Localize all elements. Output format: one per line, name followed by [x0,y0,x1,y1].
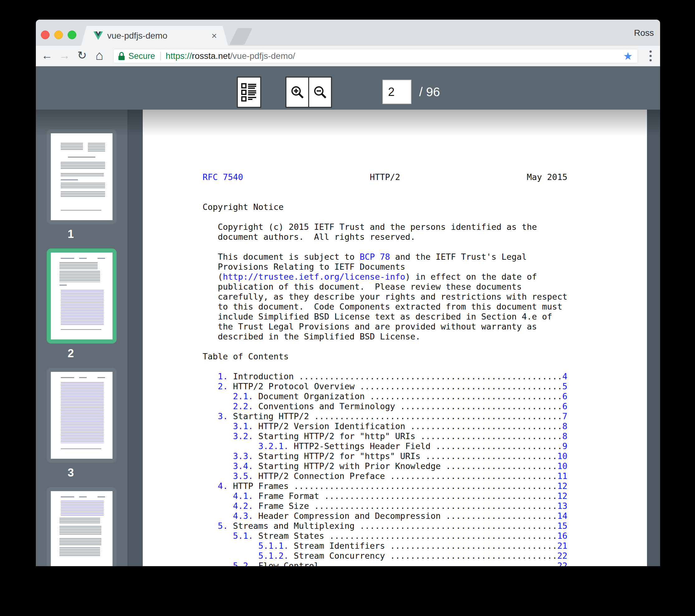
doc-text: and the IETF Trust's Legal [390,252,527,262]
doc-link[interactable]: 8 [562,431,567,441]
doc-text: Starting HTTP/2 for "https" URIs .......… [253,451,557,461]
doc-link[interactable]: 5. [218,521,228,531]
doc-text [203,501,233,511]
browser-tab[interactable]: vue-pdfjs-demo × [81,26,228,46]
doc-link[interactable]: 4.2. [233,501,253,511]
doc-link[interactable]: 7 [562,411,567,421]
thumbnail-label: 2 [36,347,106,360]
doc-line: Copyright (c) 2015 IETF Trust and the pe… [203,222,567,232]
thumbnail-page-2[interactable] [47,248,117,344]
doc-link[interactable]: 4 [562,371,567,381]
url-path: /vue-pdfjs-demo/ [230,51,295,61]
doc-link[interactable]: http://trustee.ietf.org/license-info [223,272,405,282]
bookmark-star-icon[interactable]: ★ [623,50,633,62]
doc-link[interactable]: 4. [218,481,228,491]
address-bar[interactable]: Secure https://rossta.net/vue-pdfjs-demo… [113,49,638,63]
doc-link[interactable]: 14 [557,511,567,521]
forward-button[interactable]: → [58,46,71,66]
doc-link[interactable]: 22 [557,561,567,566]
doc-link[interactable]: 1. [218,371,228,381]
doc-link[interactable]: 6 [562,391,567,401]
doc-link[interactable]: 6 [562,401,567,411]
close-tab-icon[interactable]: × [211,26,217,46]
url-scheme: https:// [166,51,192,61]
doc-link[interactable]: 3.5. [233,471,253,481]
doc-text: HTTP Frames ............................… [228,481,557,491]
doc-link[interactable]: 10 [557,451,567,461]
doc-link[interactable]: 22 [557,551,567,561]
doc-text: Stream Concurrency .....................… [289,551,557,561]
back-button[interactable]: ← [40,46,54,66]
doc-line: 3.5. HTTP/2 Connection Preface .........… [203,471,567,481]
doc-text [203,391,233,401]
doc-link[interactable]: 12 [557,481,567,491]
doc-line: 5.2. Flow Control ......................… [203,561,567,566]
doc-text [203,471,233,481]
thumbnail-label: 1 [36,228,106,241]
doc-link[interactable]: 13 [557,501,567,511]
doc-text [203,451,233,461]
doc-line: (http://trustee.ietf.org/license-info) i… [203,272,567,282]
maximize-window-button[interactable] [68,31,77,39]
doc-line: 4. HTTP Frames .........................… [203,481,567,491]
doc-link[interactable]: 5.2. [233,561,253,566]
doc-text: Header Compression and Decompression ...… [253,511,557,521]
doc-link[interactable]: 2.2. [233,401,253,411]
url-text[interactable]: https://rossta.net/vue-pdfjs-demo/ [166,51,295,61]
doc-link[interactable]: 3.2.1. [258,441,289,451]
doc-line [203,341,567,352]
doc-link[interactable]: 11 [557,471,567,481]
doc-text: include Simplified BSD License text as d… [203,312,552,321]
doc-link[interactable]: 15 [557,521,567,531]
navigation-bar: ← → ↻ ⌂ Secure https://rossta.net/vue-pd… [36,46,660,66]
doc-link[interactable]: 3.1. [233,421,253,431]
doc-link[interactable]: 5.1. [233,531,253,541]
thumbnail-sidebar[interactable]: 1234 [36,110,129,566]
thumbnail-page-3[interactable] [47,368,117,463]
page-number-input[interactable] [383,80,411,104]
doc-link[interactable]: 4.3. [233,511,253,521]
reload-button[interactable]: ↻ [75,46,89,66]
url-divider [160,52,161,60]
profile-name[interactable]: Ross [634,28,654,38]
close-window-button[interactable] [41,31,50,39]
doc-link[interactable]: 4.1. [233,491,253,501]
doc-text: carefully, as they describe your rights … [203,292,567,301]
browser-menu-icon[interactable] [649,50,652,64]
doc-text: Copyright Notice [203,202,284,212]
doc-link[interactable]: 3.3. [233,451,253,461]
doc-link[interactable]: 3.2. [233,431,253,441]
doc-link[interactable]: RFC 7540 [203,172,243,182]
doc-text [203,421,233,431]
doc-text: the Trust Legal Provisions and are provi… [203,322,537,331]
thumbnail-page-1[interactable] [47,129,117,224]
doc-link[interactable]: 3. [218,411,228,421]
secure-lock-icon[interactable] [118,52,125,60]
doc-link[interactable]: 16 [557,531,567,541]
doc-link[interactable]: 12 [557,491,567,501]
doc-link[interactable]: 5.1.2. [258,551,289,561]
secure-label[interactable]: Secure [129,51,155,61]
toggle-thumbnails-button[interactable] [237,76,261,108]
doc-link[interactable]: 2.1. [233,391,253,401]
thumbnail-page-4[interactable] [47,487,117,566]
tab-title: vue-pdfjs-demo [107,26,167,46]
home-button[interactable]: ⌂ [92,46,106,66]
doc-link[interactable]: 9 [562,441,567,451]
minimize-window-button[interactable] [54,31,63,39]
doc-text: Introduction ...........................… [228,371,562,381]
doc-link[interactable]: BCP 78 [360,252,390,262]
doc-link[interactable]: 21 [557,541,567,551]
doc-text [203,371,218,381]
zoom-out-button[interactable] [308,76,332,108]
doc-link[interactable]: 2. [218,382,228,391]
zoom-in-button[interactable] [286,76,309,108]
new-tab-button[interactable] [230,28,252,45]
doc-link[interactable]: 5.1.1. [258,541,289,551]
doc-link[interactable]: 5 [562,382,567,391]
page-view-area[interactable]: RFC 7540 HTTP/2 May 2015Copyright Notice… [129,110,660,566]
doc-link[interactable]: 3.4. [233,461,253,471]
pdf-toolbar: / 96 [36,66,660,110]
doc-link[interactable]: 10 [557,461,567,471]
doc-link[interactable]: 8 [562,421,567,431]
